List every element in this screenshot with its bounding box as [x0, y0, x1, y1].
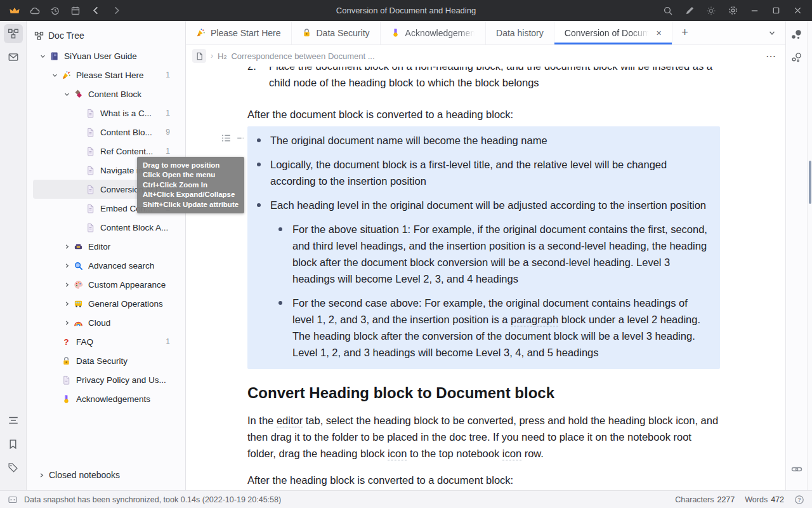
tag-dock-icon[interactable] — [4, 458, 23, 477]
chevron-right-icon[interactable] — [60, 298, 73, 309]
backlink-chain-icon[interactable] — [787, 460, 806, 479]
tree-item-doc[interactable]: What is a C... 1 — [27, 104, 185, 123]
graph-view-icon[interactable] — [787, 25, 806, 44]
scrollbar-track[interactable] — [807, 21, 812, 490]
editor-column: Please Start Here Data Security Acknowle… — [186, 21, 785, 490]
party-popper-icon — [61, 70, 71, 80]
edit-pencil-icon[interactable] — [681, 3, 698, 18]
tree-item-doc[interactable]: Content Block — [27, 84, 185, 104]
forward-icon[interactable] — [108, 3, 124, 18]
gutter-tooltip: Drag to move position Click Open the men… — [137, 157, 244, 213]
tree-item-doc[interactable]: Content Block A... — [27, 218, 185, 237]
virtual-reference[interactable]: editor — [277, 415, 303, 427]
editor-viewport[interactable]: 2. Place the document block on a non-hea… — [186, 67, 785, 490]
bus-icon — [73, 298, 83, 309]
bookmark-dock-icon[interactable] — [4, 434, 23, 453]
chevron-right-icon[interactable] — [60, 260, 73, 271]
paragraph[interactable]: After the document block is converted to… — [247, 106, 720, 123]
tree-item-doc[interactable]: General Operations — [27, 294, 185, 313]
gear-icon[interactable] — [724, 3, 741, 18]
tab-please-start-here[interactable]: Please Start Here — [186, 21, 292, 44]
tab-acknowledgements[interactable]: Acknowledgemen — [381, 21, 487, 44]
daily-note-icon[interactable] — [67, 3, 84, 18]
chevron-right-icon[interactable] — [60, 318, 73, 328]
section-heading[interactable]: Convert Heading block to Document block — [247, 383, 720, 403]
tree-item-notebook[interactable]: SiYuan User Guide — [27, 46, 185, 65]
tree-item-doc[interactable]: Please Start Here 1 — [27, 65, 185, 84]
global-graph-icon[interactable] — [787, 48, 806, 67]
tree-item-count: 1 — [166, 109, 185, 117]
status-bar: Data snapshot has been synchronized, too… — [0, 490, 812, 508]
list-item[interactable]: Logically, the document block is a first… — [247, 156, 710, 189]
tree-item-doc[interactable]: Privacy Policy and Us... — [27, 370, 185, 389]
scrollbar-thumb[interactable] — [809, 161, 811, 204]
tree-item-label: Editor — [88, 242, 110, 251]
history-icon[interactable] — [47, 3, 63, 18]
crown-membership-icon[interactable] — [6, 3, 23, 18]
file-icon — [85, 203, 95, 213]
tree-item-label: Custom Appearance — [88, 280, 166, 290]
tree-item-doc[interactable]: Data Security — [27, 351, 185, 370]
chevron-down-icon[interactable] — [60, 89, 73, 99]
tree-item-doc[interactable]: Editor — [27, 237, 185, 256]
tree-item-doc[interactable]: Custom Appearance — [27, 275, 185, 294]
paragraph[interactable]: After the heading block is converted to … — [247, 472, 720, 488]
virtual-reference[interactable]: icon — [502, 448, 521, 460]
virtual-reference[interactable]: icon — [388, 448, 407, 460]
magnifier-icon — [73, 260, 83, 271]
chevron-down-icon[interactable] — [48, 70, 61, 80]
more-options-icon[interactable]: ⋯ — [766, 50, 776, 62]
tree-item-doc[interactable]: Content Blo... 9 — [27, 123, 185, 142]
maximize-icon[interactable] — [768, 3, 784, 18]
highlighted-list-block[interactable]: The original document name will become t… — [247, 126, 720, 369]
inbox-mail-icon[interactable] — [4, 48, 23, 67]
close-icon[interactable] — [789, 3, 806, 18]
drag-handle-icon[interactable] — [235, 133, 246, 144]
ordered-list-item[interactable]: 2. Place the document block on a non-hea… — [247, 67, 720, 91]
outline-dock-icon[interactable] — [4, 411, 23, 430]
tree-item-doc[interactable]: Advanced search — [27, 256, 185, 275]
new-tab-button[interactable]: + — [672, 21, 698, 44]
list-item[interactable]: The original document name will become t… — [247, 132, 710, 149]
tree-item-label: Content Block A... — [100, 223, 168, 232]
tab-list-chevron-icon[interactable] — [759, 21, 785, 44]
tree-item-label: Data Security — [76, 356, 128, 366]
tab-data-security[interactable]: Data Security — [292, 21, 381, 44]
cloud-sync-icon[interactable] — [27, 3, 43, 18]
paragraph[interactable]: In the editor tab, select the heading bl… — [247, 412, 720, 462]
theme-sun-icon[interactable] — [703, 3, 719, 18]
breadcrumb-text[interactable]: Correspondence between Document ... — [231, 51, 374, 61]
titlebar-right-group — [660, 3, 806, 18]
notebook-icon — [49, 51, 59, 61]
list-item-text: Place the document block on a non-headin… — [269, 67, 720, 91]
tab-close-icon[interactable]: × — [656, 28, 661, 38]
tab-conversion-active[interactable]: Conversion of Docum × — [554, 21, 672, 44]
search-icon[interactable] — [660, 3, 676, 18]
file-icon — [85, 127, 95, 137]
chevron-right-icon[interactable] — [60, 279, 73, 290]
list-block-gutter-icon[interactable] — [221, 133, 232, 144]
tree-item-doc[interactable]: Cloud — [27, 313, 185, 332]
doc-tree-title: Doc Tree — [48, 30, 84, 41]
doc-tree-dock-icon[interactable] — [4, 24, 23, 43]
nested-list-item[interactable]: For the second case above: For example, … — [247, 295, 710, 361]
tab-label: Please Start Here — [211, 28, 281, 38]
heading-level-tag: H2 — [218, 51, 226, 61]
back-icon[interactable] — [88, 3, 104, 18]
tree-item-doc[interactable]: ? FAQ 1 — [27, 332, 185, 351]
tree-item-doc[interactable]: Acknowledgements — [27, 389, 185, 408]
help-icon[interactable]: ? — [794, 495, 804, 505]
tree-item-label: Content Blo... — [100, 128, 152, 137]
lock-icon — [302, 28, 311, 37]
nested-list-item[interactable]: For the above situation 1: For example, … — [247, 221, 710, 287]
party-popper-icon — [196, 28, 206, 37]
document-page-icon[interactable] — [192, 49, 206, 63]
closed-notebooks-toggle[interactable]: Closed notebooks — [27, 465, 185, 490]
chevron-down-icon[interactable] — [36, 51, 49, 61]
minimize-icon[interactable] — [746, 3, 763, 18]
list-item[interactable]: Each heading level in the original docum… — [247, 197, 710, 213]
tab-data-history[interactable]: Data history — [486, 21, 554, 44]
file-icon — [85, 222, 95, 232]
virtual-reference[interactable]: paragraph — [511, 314, 558, 326]
chevron-right-icon[interactable] — [60, 241, 73, 251]
